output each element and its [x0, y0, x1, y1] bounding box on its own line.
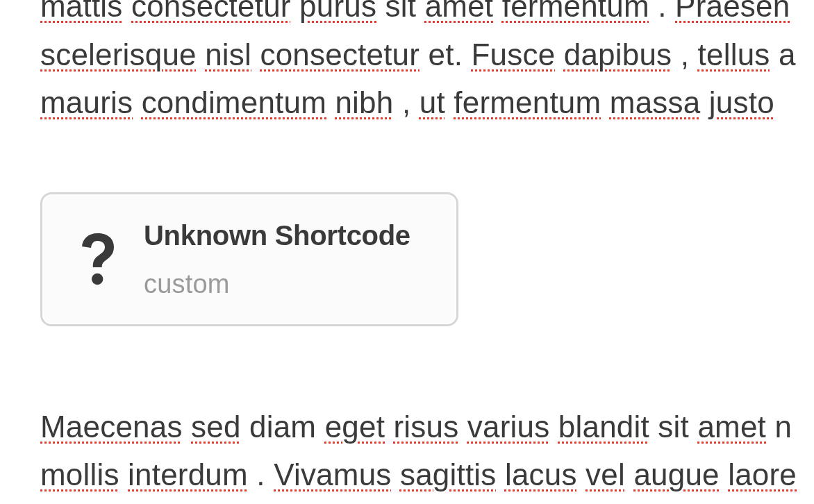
paragraph-line[interactable]: scelerisque nisl consectetur et. Fusce d…: [40, 31, 814, 79]
spellcheck-word[interactable]: consectetur: [131, 0, 291, 23]
shortcode-title: Unknown Shortcode: [144, 214, 410, 258]
paragraph-line[interactable]: mollis interdum . Vivamus sagittis lacus…: [40, 451, 814, 499]
spellcheck-word[interactable]: augue: [633, 457, 719, 492]
paragraph-line[interactable]: Maecenas sed diam eget risus varius blan…: [40, 403, 814, 451]
spellcheck-word[interactable]: dapibus: [564, 37, 672, 72]
spellcheck-word[interactable]: lacus: [505, 457, 577, 492]
spellcheck-word[interactable]: varius: [467, 410, 550, 444]
text: .: [658, 0, 675, 23]
text: n: [774, 410, 792, 444]
shortcode-subtitle: custom: [144, 263, 410, 305]
spellcheck-word[interactable]: fermentum: [502, 0, 649, 23]
spellcheck-word[interactable]: consectetur: [260, 37, 420, 72]
spellcheck-word[interactable]: scelerisque: [40, 37, 197, 72]
text: a: [779, 37, 796, 72]
spellcheck-word[interactable]: laore: [728, 457, 797, 492]
spellcheck-word[interactable]: tellus: [698, 37, 770, 72]
spellcheck-word[interactable]: ut: [420, 85, 445, 119]
spellcheck-word[interactable]: nibh: [335, 85, 393, 119]
spellcheck-word[interactable]: sed: [191, 410, 241, 444]
text: ,: [681, 37, 698, 72]
spellcheck-word[interactable]: Fusce: [472, 37, 556, 72]
unknown-shortcode-block[interactable]: Unknown Shortcode custom: [40, 192, 458, 326]
text: sit: [385, 0, 425, 23]
spellcheck-word[interactable]: Praesen: [675, 0, 790, 23]
paragraph-line[interactable]: auctor. Aenean lacinia bibendum nulla se…: [40, 499, 814, 504]
spellcheck-word[interactable]: purus: [299, 0, 376, 23]
text: et.: [429, 37, 472, 72]
editor-content[interactable]: mattis consectetur purus sit amet fermen…: [0, 0, 814, 504]
spellcheck-word[interactable]: mattis: [40, 0, 123, 23]
spellcheck-word[interactable]: Maecenas: [40, 410, 183, 444]
spellcheck-word[interactable]: fermentum: [454, 85, 601, 119]
text: .: [256, 457, 274, 492]
spellcheck-word[interactable]: massa: [610, 85, 701, 119]
spellcheck-word[interactable]: mauris: [40, 85, 133, 119]
paragraph-line[interactable]: mattis consectetur purus sit amet fermen…: [40, 0, 814, 31]
spellcheck-word[interactable]: risus: [394, 410, 459, 444]
spellcheck-word[interactable]: amet: [425, 0, 494, 23]
text: diam: [249, 410, 325, 444]
spellcheck-word[interactable]: condimentum: [142, 85, 326, 119]
spellcheck-word[interactable]: nisl: [205, 37, 251, 72]
spellcheck-word[interactable]: mollis: [40, 457, 119, 492]
svg-point-0: [92, 274, 103, 285]
spellcheck-word[interactable]: sagittis: [400, 457, 497, 492]
text: ,: [402, 85, 420, 119]
spellcheck-word[interactable]: interdum: [128, 457, 248, 492]
spellcheck-word[interactable]: Vivamus: [274, 457, 391, 492]
spellcheck-word[interactable]: justo: [709, 85, 774, 119]
spellcheck-word[interactable]: blandit: [558, 410, 649, 444]
text: sit: [658, 410, 697, 444]
spellcheck-word[interactable]: eget: [325, 410, 385, 444]
spellcheck-word[interactable]: vel: [585, 457, 625, 492]
question-mark-icon: [80, 232, 116, 286]
paragraph-line[interactable]: mauris condimentum nibh , ut fermentum m…: [40, 78, 814, 127]
spellcheck-word[interactable]: amet: [697, 410, 766, 444]
